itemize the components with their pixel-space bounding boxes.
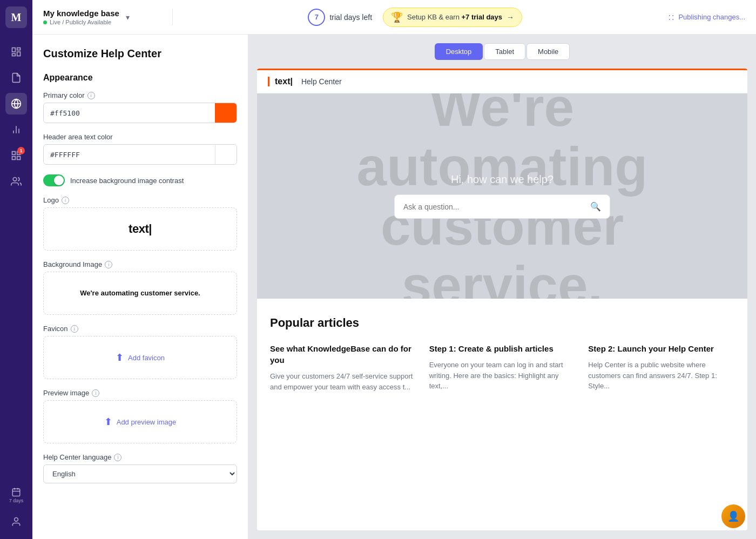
- svg-rect-1: [17, 48, 21, 50]
- background-image-info-icon[interactable]: i: [105, 261, 112, 268]
- status-dot: [43, 21, 47, 24]
- trial-badge: 7 trial days left: [308, 9, 372, 26]
- popular-articles-title: Popular articles: [270, 316, 734, 330]
- appearance-heading: Appearance: [43, 73, 237, 83]
- kb-status: Live / Publicly Available: [43, 19, 119, 25]
- primary-color-info-icon[interactable]: i: [87, 92, 95, 99]
- logo-upload-box[interactable]: text|: [43, 207, 237, 251]
- svg-rect-0: [12, 48, 16, 52]
- header-text-color-field: Header area text color: [43, 133, 237, 165]
- search-icon: 🔍: [590, 201, 601, 212]
- articles-grid: See what KnowledgeBase can do for you Gi…: [270, 343, 734, 392]
- favicon-info-icon[interactable]: i: [71, 325, 78, 333]
- article-desc-3: Help Center is a public website where cu…: [588, 360, 734, 392]
- publishing-dots-icon: ::: [669, 12, 676, 22]
- earn-button[interactable]: 🏆 Setup KB & earn +7 trial days →: [383, 8, 522, 27]
- primary-color-label: Primary color i: [43, 91, 237, 99]
- panel-title: Customize Help Center: [43, 48, 237, 60]
- preview-image-info-icon[interactable]: i: [92, 389, 99, 397]
- hc-hero: We're automating customer service. Hi, h…: [257, 93, 747, 299]
- svg-rect-3: [12, 53, 16, 56]
- primary-color-field: Primary color i: [43, 91, 237, 123]
- sidebar-item-users[interactable]: [5, 171, 27, 192]
- hc-logo-bar: [268, 77, 269, 86]
- language-label: Help Center language i: [43, 453, 237, 461]
- upload-icon: ⬆: [116, 352, 124, 363]
- article-title-3: Step 2: Launch your Help Center: [588, 343, 734, 354]
- hero-search: 🔍: [394, 194, 610, 219]
- kb-dropdown-chevron[interactable]: ▾: [126, 13, 130, 22]
- svg-rect-9: [12, 152, 16, 155]
- preview-image-upload-box[interactable]: ⬆ Add preview image: [43, 400, 237, 443]
- kb-name: My knowledge base: [43, 9, 119, 18]
- calendar-label: 7 days: [9, 498, 24, 503]
- svg-rect-14: [12, 489, 20, 496]
- header-text-color-swatch[interactable]: [215, 145, 237, 164]
- earn-arrow-icon: →: [507, 13, 514, 22]
- sidebar-item-document[interactable]: [5, 67, 27, 89]
- primary-color-swatch[interactable]: [215, 103, 237, 123]
- logo-info-icon[interactable]: i: [62, 197, 69, 204]
- hc-nav-logo: text|: [275, 77, 293, 86]
- article-title-2: Step 1: Create & publish articles: [429, 343, 576, 354]
- sidebar-item-chart[interactable]: [5, 119, 27, 140]
- earn-text: Setup KB & earn +7 trial days: [407, 13, 502, 21]
- hero-subtitle: Hi, how can we help?: [268, 173, 737, 186]
- svg-point-18: [15, 518, 18, 522]
- sidebar-item-calendar[interactable]: 7 days: [5, 484, 27, 507]
- contrast-toggle[interactable]: [43, 174, 65, 186]
- sidebar-item-home[interactable]: [5, 41, 27, 63]
- contrast-toggle-row: Increase background image contrast: [43, 174, 237, 186]
- background-image-label: Background Image i: [43, 260, 237, 268]
- hc-nav-title: Help Center: [301, 77, 342, 86]
- background-image-box[interactable]: We're automating customer service.: [43, 272, 237, 315]
- sidebar: M 1 7 days: [0, 0, 32, 539]
- content-area: Customize Help Center Appearance Primary…: [32, 35, 756, 539]
- kb-section: My knowledge base Live / Publicly Availa…: [43, 9, 173, 25]
- favicon-label: Favicon i: [43, 325, 237, 333]
- tab-mobile[interactable]: Mobile: [526, 43, 570, 60]
- background-image-text: We're automating customer service.: [80, 288, 200, 299]
- add-favicon-button[interactable]: ⬆ Add favicon: [116, 352, 165, 363]
- trial-days-text: trial days left: [329, 13, 372, 22]
- header-text-color-input[interactable]: [44, 146, 215, 163]
- favicon-field: Favicon i ⬆ Add favicon: [43, 325, 237, 379]
- primary-color-input-row: [43, 103, 237, 123]
- avatar-image: 👤: [721, 504, 745, 528]
- preview-image-field: Preview image i ⬆ Add preview image: [43, 389, 237, 443]
- add-preview-image-button[interactable]: ⬆ Add preview image: [104, 416, 177, 428]
- sidebar-item-profile[interactable]: [5, 511, 27, 533]
- svg-rect-11: [17, 157, 21, 160]
- tab-desktop[interactable]: Desktop: [435, 43, 483, 60]
- svg-rect-2: [17, 52, 21, 56]
- tab-tablet[interactable]: Tablet: [484, 43, 525, 60]
- topbar: My knowledge base Live / Publicly Availa…: [32, 0, 756, 35]
- preview-area: Desktop Tablet Mobile text| Help Center …: [248, 35, 756, 539]
- logo-label: Logo i: [43, 196, 237, 204]
- user-avatar[interactable]: 👤: [721, 504, 745, 528]
- language-info-icon[interactable]: i: [114, 454, 122, 461]
- hc-popular: Popular articles See what KnowledgeBase …: [257, 299, 747, 409]
- favicon-upload-box[interactable]: ⬆ Add favicon: [43, 336, 237, 379]
- svg-rect-12: [12, 157, 16, 160]
- hero-search-input[interactable]: [403, 203, 585, 211]
- left-panel: Customize Help Center Appearance Primary…: [32, 35, 248, 539]
- primary-color-input[interactable]: [44, 105, 215, 122]
- preview-image-label: Preview image i: [43, 389, 237, 397]
- sidebar-item-globe[interactable]: [5, 93, 27, 114]
- article-desc-2: Everyone on your team can log in and sta…: [429, 360, 576, 392]
- sidebar-logo[interactable]: M: [5, 6, 27, 28]
- logo-preview-text: text|: [129, 222, 152, 236]
- article-card-2: Step 1: Create & publish articles Everyo…: [429, 343, 576, 392]
- hero-content: Hi, how can we help? 🔍: [268, 173, 737, 219]
- sidebar-item-apps[interactable]: 1: [5, 145, 27, 166]
- publishing-button[interactable]: :: Publishing changes...: [669, 12, 745, 22]
- contrast-toggle-label: Increase background image contrast: [70, 177, 184, 185]
- topbar-right: :: Publishing changes...: [658, 12, 745, 22]
- preview-upload-icon: ⬆: [104, 416, 112, 428]
- header-text-color-input-row: [43, 144, 237, 165]
- language-select[interactable]: English Spanish French German: [43, 464, 237, 483]
- logo-field: Logo i text|: [43, 196, 237, 251]
- article-desc-1: Give your customers 24/7 self-service su…: [270, 371, 416, 392]
- header-text-color-label: Header area text color: [43, 133, 237, 141]
